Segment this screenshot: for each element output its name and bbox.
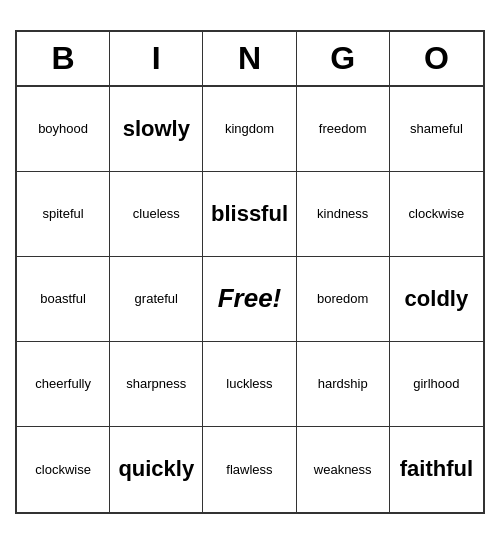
bingo-cell-2: kingdom (203, 87, 296, 172)
bingo-cell-22: flawless (203, 427, 296, 512)
bingo-cell-13: boredom (297, 257, 390, 342)
header-letter: I (110, 32, 203, 85)
bingo-cell-6: clueless (110, 172, 203, 257)
bingo-cell-9: clockwise (390, 172, 483, 257)
bingo-cell-8: kindness (297, 172, 390, 257)
header-letter: N (203, 32, 296, 85)
bingo-grid: boyhoodslowlykingdomfreedomshamefulspite… (17, 87, 483, 512)
bingo-cell-15: cheerfully (17, 342, 110, 427)
bingo-cell-7: blissful (203, 172, 296, 257)
bingo-cell-11: grateful (110, 257, 203, 342)
bingo-cell-23: weakness (297, 427, 390, 512)
bingo-cell-20: clockwise (17, 427, 110, 512)
bingo-cell-16: sharpness (110, 342, 203, 427)
bingo-cell-10: boastful (17, 257, 110, 342)
bingo-cell-18: hardship (297, 342, 390, 427)
bingo-card: BINGO boyhoodslowlykingdomfreedomshamefu… (15, 30, 485, 514)
bingo-cell-17: luckless (203, 342, 296, 427)
bingo-header: BINGO (17, 32, 483, 87)
bingo-cell-4: shameful (390, 87, 483, 172)
bingo-cell-14: coldly (390, 257, 483, 342)
bingo-cell-12: Free! (203, 257, 296, 342)
bingo-cell-19: girlhood (390, 342, 483, 427)
bingo-cell-0: boyhood (17, 87, 110, 172)
bingo-cell-5: spiteful (17, 172, 110, 257)
bingo-cell-1: slowly (110, 87, 203, 172)
header-letter: B (17, 32, 110, 85)
bingo-cell-3: freedom (297, 87, 390, 172)
bingo-cell-24: faithful (390, 427, 483, 512)
bingo-cell-21: quickly (110, 427, 203, 512)
header-letter: G (297, 32, 390, 85)
header-letter: O (390, 32, 483, 85)
